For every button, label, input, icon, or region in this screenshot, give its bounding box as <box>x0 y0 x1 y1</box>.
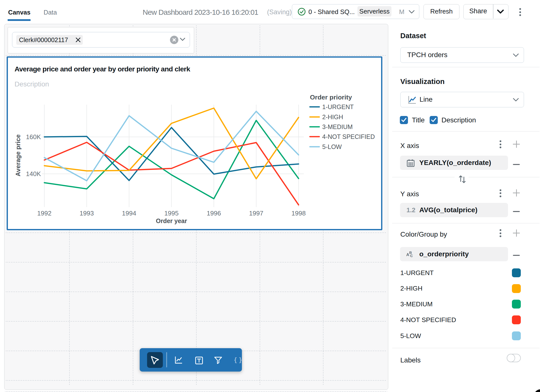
svg-text:1998: 1998 <box>291 210 306 217</box>
svg-text:1996: 1996 <box>207 210 221 217</box>
svg-text:Average price: Average price <box>14 134 22 176</box>
svg-text:1-URGENT: 1-URGENT <box>322 103 354 110</box>
svg-text:Order year: Order year <box>156 217 187 224</box>
svg-text:C: C <box>410 254 413 258</box>
svg-text:4-NOT SPECIFIED: 4-NOT SPECIFIED <box>322 133 375 140</box>
svg-text:1994: 1994 <box>122 210 136 217</box>
svg-text:1995: 1995 <box>164 210 179 217</box>
svg-text:A: A <box>406 252 409 257</box>
svg-text:1997: 1997 <box>249 210 263 217</box>
svg-text:160K: 160K <box>26 133 41 141</box>
svg-text:140K: 140K <box>26 170 41 178</box>
svg-text:5-LOW: 5-LOW <box>322 143 342 150</box>
svg-text:Order priority: Order priority <box>310 94 352 101</box>
svg-text:1992: 1992 <box>37 210 51 217</box>
svg-text:3-MEDIUM: 3-MEDIUM <box>322 123 353 130</box>
svg-text:2-HIGH: 2-HIGH <box>322 114 343 120</box>
svg-text:1993: 1993 <box>80 210 94 217</box>
